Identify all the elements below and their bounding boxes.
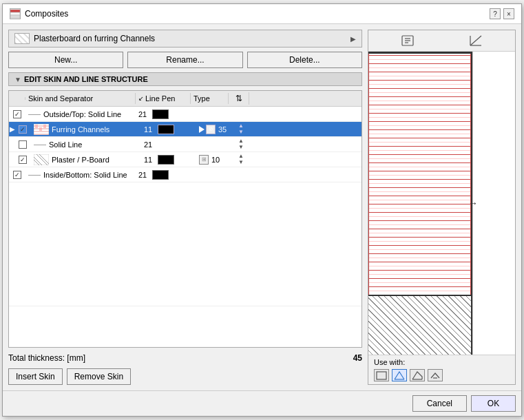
row-label-plaster: Plaster / P-Board — [31, 153, 141, 167]
sort-down-furring[interactable]: ▼ — [238, 129, 244, 135]
checkbox-solid[interactable] — [19, 140, 27, 149]
sort-up-plaster[interactable]: ▲ — [238, 154, 244, 159]
svg-rect-10 — [43, 125, 46, 128]
table-row[interactable]: —— Solid Line 21 ▲ ▼ — [9, 137, 361, 152]
table-row[interactable]: ▶ — [9, 122, 361, 137]
checkbox-furring[interactable] — [19, 125, 27, 134]
row-check-plaster[interactable] — [14, 154, 31, 165]
use-icon-rectangle[interactable] — [374, 369, 389, 381]
title-bar-controls: ? × — [490, 8, 514, 19]
table-header: Skin and Separator ↙ Line Pen Type ⇅ — [9, 91, 361, 107]
use-icon-angled[interactable] — [410, 369, 425, 381]
row-type-plaster: ⊞ 10 — [196, 154, 234, 166]
selected-composite-inner: Plasterboard on furring Channels — [14, 33, 155, 44]
table-row[interactable]: Plaster / P-Board 11 ⊞ 10 — [9, 152, 361, 167]
row-check-outside[interactable] — [9, 109, 25, 120]
composite-name: Plasterboard on furring Channels — [34, 34, 155, 43]
expand-icon: ▶ — [350, 35, 356, 43]
collapse-icon[interactable]: ▼ — [14, 76, 21, 83]
bottom-row: Total thickness: [mm] 45 — [8, 352, 362, 364]
pen-swatch-furring — [158, 125, 174, 134]
ok-button[interactable]: OK — [471, 395, 516, 412]
table-row[interactable]: —— Outside/Top: Solid Line 21 — [9, 107, 361, 122]
row-sort-furring: ▲ ▼ — [234, 122, 248, 136]
new-button[interactable]: New... — [8, 52, 123, 68]
row-check-solid[interactable] — [14, 139, 31, 150]
pen-swatch-inside — [152, 170, 169, 180]
checkbox-plaster[interactable] — [19, 156, 27, 164]
svg-rect-11 — [34, 154, 49, 165]
svg-rect-2 — [10, 15, 20, 18]
svg-rect-0 — [10, 10, 20, 12]
table-row[interactable]: —— Inside/Bottom: Solid Line 21 — [9, 167, 361, 182]
row-arrow-icon: ▶ — [10, 125, 15, 133]
use-icon-arrow[interactable] — [428, 369, 443, 381]
skin-action-buttons: Insert Skin Remove Skin — [8, 368, 362, 385]
th-sort: ⇅ — [229, 92, 249, 105]
row-sort-plaster: ▲ ▼ — [234, 152, 248, 167]
row-label-outside: —— Outside/Top: Solid Line — [25, 109, 136, 120]
row-type-inside — [191, 174, 229, 176]
row-linepen-plaster: 11 — [141, 154, 196, 166]
preview-icon-view[interactable] — [465, 33, 486, 48]
left-panel: Plasterboard on furring Channels ▶ New..… — [8, 30, 362, 385]
type-icon-plaster: ⊞ — [199, 155, 209, 165]
close-button[interactable]: × — [503, 8, 514, 19]
checkbox-outside[interactable] — [13, 110, 21, 118]
row-linepen-inside: 21 — [136, 169, 191, 181]
type-expand-furring[interactable] — [199, 126, 205, 133]
plaster-area — [368, 296, 471, 355]
help-button[interactable]: ? — [490, 8, 501, 19]
thickness-value: 45 — [353, 353, 362, 363]
furring-lines — [368, 54, 471, 295]
th-checkbox — [9, 97, 25, 100]
row-linepen-furring: 11 — [141, 123, 196, 136]
action-buttons: New... Rename... Delete... — [8, 52, 362, 68]
row-label-solid: —— Solid Line — [31, 139, 141, 150]
row-linepen-outside: 21 — [136, 108, 191, 120]
row-check-inside[interactable] — [9, 169, 25, 180]
svg-line-20 — [470, 36, 481, 45]
insert-skin-button[interactable]: Insert Skin — [8, 368, 63, 385]
checkbox-inside[interactable] — [13, 171, 21, 179]
svg-rect-1 — [10, 12, 20, 15]
furring-area — [368, 54, 471, 295]
main-content: Plasterboard on furring Channels ▶ New..… — [3, 24, 521, 390]
pen-swatch-outside — [152, 109, 169, 119]
cancel-button[interactable]: Cancel — [412, 395, 467, 412]
title-bar: Composites ? × — [3, 4, 521, 24]
section-header: ▼ EDIT SKIN AND LINE STRUCTURE — [8, 72, 362, 86]
preview-icon-edit[interactable] — [397, 33, 418, 48]
sort-down-solid[interactable]: ▼ — [238, 145, 244, 150]
pen-swatch-plaster — [158, 155, 174, 165]
row-sort-inside — [229, 174, 242, 176]
table-body[interactable]: —— Outside/Top: Solid Line 21 — [9, 107, 361, 347]
right-panel: → — [368, 30, 516, 385]
use-with-icons — [374, 369, 510, 381]
preview-container: → — [368, 30, 516, 385]
use-icon-roof[interactable] — [392, 369, 407, 381]
row-type-solid — [196, 143, 234, 146]
delete-button[interactable]: Delete... — [247, 52, 362, 68]
preview-header — [368, 30, 515, 52]
preview-canvas: → — [368, 52, 515, 355]
sort-down-plaster[interactable]: ▼ — [238, 160, 244, 165]
skin-table: Skin and Separator ↙ Line Pen Type ⇅ — [8, 90, 362, 348]
sort-up-furring[interactable]: ▲ — [238, 123, 244, 129]
table-spacer — [9, 182, 361, 306]
sort-up-solid[interactable]: ▲ — [238, 138, 244, 144]
row-linepen-solid: 21 — [141, 139, 196, 150]
svg-rect-23 — [377, 372, 386, 379]
rename-button[interactable]: Rename... — [127, 52, 242, 68]
row-check-furring[interactable] — [14, 124, 31, 135]
selected-composite-bar: Plasterboard on furring Channels ▶ — [8, 30, 362, 48]
preview-side — [472, 52, 515, 355]
row-label-inside: —— Inside/Bottom: Solid Line — [25, 169, 136, 180]
composites-dialog: Composites ? × Plasterboard on furring C… — [2, 3, 522, 417]
use-with-section: Use with: — [368, 355, 515, 384]
row-type-furring: ⊘ 35 — [196, 123, 234, 136]
title-bar-left: Composites — [10, 8, 68, 19]
row-type-outside — [191, 113, 229, 116]
dialog-icon — [10, 8, 21, 19]
remove-skin-button[interactable]: Remove Skin — [67, 368, 131, 385]
